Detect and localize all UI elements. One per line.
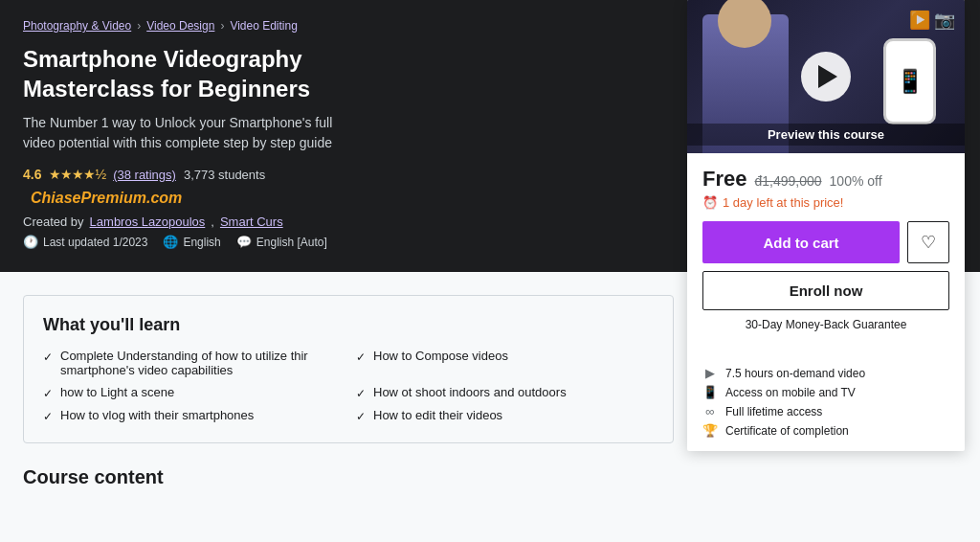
students-count: 3,773 students — [184, 168, 265, 182]
creator-1[interactable]: Lambros Lazopoulos — [90, 215, 206, 229]
include-mobile-text: Access on mobile and TV — [725, 386, 856, 399]
learn-text-5: How to edit their videos — [373, 408, 502, 422]
watermark: ChiasePremium.com — [31, 190, 182, 207]
learn-text-1: how to Light a scene — [60, 385, 174, 399]
last-updated-text: Last updated 1/2023 — [43, 236, 147, 249]
sidebar-card: 📱 ▶️ 📷 Preview this course Free đ1,499,0… — [687, 0, 965, 451]
certificate-icon: 🏆 — [702, 423, 718, 438]
learn-text-0: Complete Understanding of how to utilize… — [60, 349, 341, 377]
preview-phone-icon: 📱 — [883, 38, 936, 124]
play-triangle — [818, 65, 837, 88]
add-to-cart-button[interactable]: Add to cart — [702, 221, 900, 263]
globe-icon: 🌐 — [163, 235, 178, 249]
caption-text: English [Auto] — [256, 236, 327, 249]
clock-icon: 🕐 — [23, 235, 38, 249]
preview-label: Preview this course — [687, 124, 965, 146]
hero-section: Photography & Video › Video Design › Vid… — [0, 0, 980, 272]
check-icon-1: ✓ — [43, 387, 53, 400]
breadcrumb-sep-2: › — [220, 19, 224, 33]
learn-text-4: How ot shoot indoors and outdoors — [373, 385, 567, 399]
learn-item-3: ✓ How to Compose videos — [356, 349, 654, 377]
urgency-label: 1 day left at this price! — [723, 195, 843, 210]
money-back-text: 30-Day Money-Back Guarantee — [702, 318, 949, 331]
meta-info-row: 🕐 Last updated 1/2023 🌐 English 💬 Englis… — [23, 235, 368, 249]
alarm-icon: ⏰ — [702, 195, 718, 210]
heart-icon: ♡ — [921, 232, 936, 253]
learn-text-2: How to vlog with their smartphones — [60, 408, 254, 422]
breadcrumb-video-design[interactable]: Video Design — [146, 19, 214, 33]
breadcrumb-sep-1: › — [137, 19, 141, 33]
learn-section: What you'll learn ✓ Complete Understandi… — [23, 295, 674, 443]
page-wrapper: Photography & Video › Video Design › Vid… — [0, 0, 980, 542]
caption-icon: 💬 — [236, 235, 252, 249]
include-certificate-text: Certificate of completion — [725, 424, 849, 438]
learn-section-title: What you'll learn — [43, 315, 654, 335]
last-updated: 🕐 Last updated 1/2023 — [23, 235, 147, 249]
include-certificate: 🏆 Certificate of completion — [702, 423, 949, 438]
video-icon-top: ▶️ — [909, 10, 930, 31]
breadcrumb-video-editing: Video Editing — [230, 19, 298, 33]
caption-item: 💬 English [Auto] — [236, 235, 327, 249]
video-demand-icon: ▶ — [702, 366, 718, 380]
learn-text-3: How to Compose videos — [373, 349, 508, 363]
enroll-button[interactable]: Enroll now — [702, 271, 949, 310]
creators-row: Created by Lambros Lazopoulos , Smart Cu… — [23, 215, 368, 229]
camera-icon-top: 📷 — [934, 10, 955, 31]
rating-count[interactable]: (38 ratings) — [113, 168, 176, 182]
price-original: đ1,499,000 — [754, 173, 821, 189]
check-icon-4: ✓ — [356, 387, 366, 400]
creator-2[interactable]: Smart Curs — [220, 215, 283, 229]
learn-item-1: ✓ how to Light a scene — [43, 385, 341, 400]
check-icon-5: ✓ — [356, 410, 366, 423]
mobile-icon: 📱 — [702, 385, 718, 399]
price-free: Free — [702, 167, 746, 192]
learn-item-0: ✓ Complete Understanding of how to utili… — [43, 349, 341, 377]
price-row: Free đ1,499,000 100% off — [702, 167, 949, 192]
hero-left: Photography & Video › Video Design › Vid… — [23, 19, 674, 249]
wishlist-button[interactable]: ♡ — [907, 221, 949, 263]
learn-item-2: ✓ How to vlog with their smartphones — [43, 408, 341, 423]
creator-sep: , — [211, 215, 214, 229]
stars: ★★★★½ — [49, 167, 105, 182]
check-icon-2: ✓ — [43, 410, 53, 423]
check-icon-3: ✓ — [356, 350, 366, 364]
price-discount: 100% off — [830, 173, 882, 189]
course-title: Smartphone Videography Masterclass for B… — [23, 44, 368, 103]
language-item: 🌐 English — [163, 235, 220, 249]
include-video: ▶ 7.5 hours on-demand video — [702, 366, 949, 380]
learn-item-4: ✓ How ot shoot indoors and outdoors — [356, 385, 654, 400]
course-subtitle: The Number 1 way to Unlock your Smartpho… — [23, 113, 368, 153]
course-content-title: Course content — [23, 466, 674, 488]
include-lifetime: ∞ Full lifetime access — [702, 404, 949, 418]
learn-item-5: ✓ How to edit their videos — [356, 408, 654, 423]
infinity-icon: ∞ — [702, 404, 718, 418]
rating-row: 4.6 ★★★★½ (38 ratings) 3,773 students Ch… — [23, 167, 368, 207]
urgency-text: ⏰ 1 day left at this price! — [702, 195, 949, 210]
include-video-text: 7.5 hours on-demand video — [725, 367, 865, 380]
cart-row: Add to cart ♡ — [702, 221, 949, 263]
include-mobile: 📱 Access on mobile and TV — [702, 385, 949, 399]
rating-score: 4.6 — [23, 167, 41, 182]
includes-title: This course includes: — [702, 343, 949, 358]
includes-list: ▶ 7.5 hours on-demand video 📱 Access on … — [702, 366, 949, 438]
check-icon-0: ✓ — [43, 350, 53, 364]
include-lifetime-text: Full lifetime access — [725, 405, 822, 418]
card-body: Free đ1,499,000 100% off ⏰ 1 day left at… — [687, 153, 965, 451]
course-preview[interactable]: 📱 ▶️ 📷 Preview this course — [687, 0, 965, 153]
play-button[interactable] — [801, 52, 851, 102]
breadcrumb-photography[interactable]: Photography & Video — [23, 19, 131, 33]
language-text: English — [183, 236, 220, 249]
created-by-label: Created by — [23, 215, 84, 229]
main-left: What you'll learn ✓ Complete Understandi… — [23, 295, 674, 488]
breadcrumb: Photography & Video › Video Design › Vid… — [23, 19, 368, 33]
learn-grid: ✓ Complete Understanding of how to utili… — [43, 349, 654, 423]
